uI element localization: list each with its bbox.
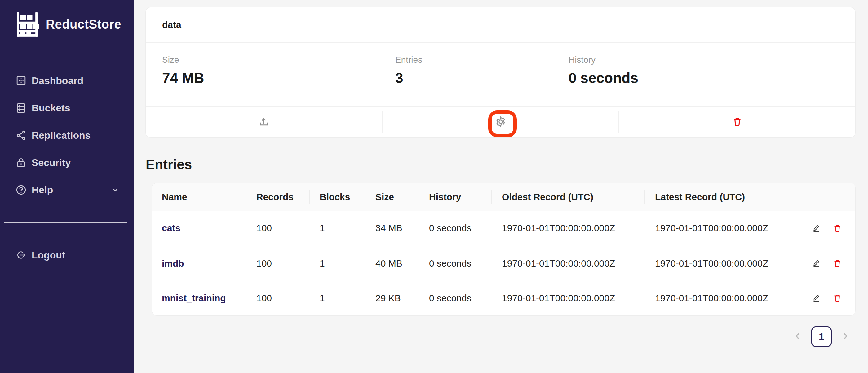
dashboard-icon (15, 75, 27, 87)
stat-size: Size 74 MB (162, 55, 204, 87)
table-header-row: Name Records Blocks Size History Oldest … (152, 183, 855, 211)
entry-latest-record: 1970-01-01T00:00:00.000Z (645, 247, 798, 281)
brand-name: ReductStore (46, 18, 121, 31)
bucket-card-header: data (146, 7, 855, 42)
entry-link[interactable]: imdb (162, 258, 184, 268)
pagination: 1 (792, 326, 851, 347)
sidebar-item-dashboard[interactable]: Dashboard (0, 67, 134, 94)
sidebar-menu: Dashboard Buckets (0, 67, 134, 204)
rename-entry-button[interactable] (810, 292, 823, 305)
chevron-right-icon (840, 331, 851, 343)
entry-history: 0 seconds (419, 281, 492, 315)
logout-label: Logout (32, 250, 65, 261)
pagination-prev-button[interactable] (792, 331, 803, 343)
sidebar-item-security[interactable]: Security (0, 149, 134, 176)
bucket-card: data Size 74 MB Entries 3 History 0 seco… (146, 7, 855, 138)
entry-size: 34 MB (366, 211, 419, 246)
sidebar-item-label: Security (32, 157, 71, 169)
sidebar-item-label: Buckets (32, 103, 70, 114)
edit-pencil-icon (811, 293, 821, 304)
entry-history: 0 seconds (419, 211, 492, 246)
trash-icon (832, 293, 842, 304)
brand-logo[interactable]: ReductStore (13, 10, 121, 38)
security-icon (15, 156, 27, 169)
entry-blocks: 1 (310, 247, 366, 281)
table-row: imdb 100 1 40 MB 0 seconds 1970-01-01T00… (152, 246, 855, 281)
stat-value: 74 MB (162, 69, 204, 87)
table-row: mnist_training 100 1 29 KB 0 seconds 197… (152, 281, 855, 315)
sidebar: ReductStore Dashboar (0, 0, 134, 373)
column-header-oldest-record: Oldest Record (UTC) (492, 183, 645, 211)
stat-history: History 0 seconds (568, 55, 638, 87)
stat-value: 3 (395, 69, 422, 87)
entry-records: 100 (246, 247, 310, 281)
column-header-history: History (419, 183, 492, 211)
replications-icon (15, 129, 27, 142)
logout-button[interactable]: Logout (0, 241, 134, 269)
help-icon (15, 184, 27, 196)
trash-icon (832, 223, 842, 234)
bucket-title: data (162, 20, 181, 30)
delete-entry-button[interactable] (831, 292, 843, 305)
rename-entry-button[interactable] (810, 257, 823, 270)
entry-records: 100 (246, 281, 310, 315)
entry-blocks: 1 (310, 281, 366, 315)
entries-heading: Entries (146, 155, 192, 174)
entries-table: Name Records Blocks Size History Oldest … (152, 183, 855, 315)
sidebar-item-label: Dashboard (32, 75, 83, 87)
entry-blocks: 1 (310, 211, 366, 246)
logout-icon (15, 249, 27, 261)
entry-history: 0 seconds (419, 247, 492, 281)
stat-label: History (568, 55, 638, 65)
entry-oldest-record: 1970-01-01T00:00:00.000Z (492, 247, 645, 281)
settings-gear-icon (494, 115, 507, 129)
delete-entry-button[interactable] (831, 257, 843, 270)
bucket-actions-bar (146, 107, 855, 137)
upload-button[interactable] (254, 112, 273, 132)
stat-label: Size (162, 55, 204, 65)
stat-label: Entries (395, 55, 422, 65)
app-root: ReductStore Dashboar (0, 0, 868, 373)
bucket-stats: Size 74 MB Entries 3 History 0 seconds (146, 42, 855, 107)
stat-value: 0 seconds (568, 69, 638, 87)
entry-oldest-record: 1970-01-01T00:00:00.000Z (492, 211, 645, 246)
trash-icon (832, 258, 842, 269)
brand-logo-icon (13, 10, 41, 38)
upload-icon (258, 115, 270, 129)
entry-oldest-record: 1970-01-01T00:00:00.000Z (492, 281, 645, 315)
delete-entry-button[interactable] (831, 222, 843, 235)
chevron-down-icon (111, 185, 120, 194)
sidebar-item-help[interactable]: Help (0, 176, 134, 204)
sidebar-item-label: Help (32, 184, 53, 196)
delete-bucket-button[interactable] (728, 113, 746, 131)
entry-latest-record: 1970-01-01T00:00:00.000Z (645, 211, 798, 246)
column-header-blocks: Blocks (310, 183, 366, 211)
sidebar-item-buckets[interactable]: Buckets (0, 94, 134, 122)
entry-link[interactable]: cats (162, 223, 180, 233)
entry-latest-record: 1970-01-01T00:00:00.000Z (645, 281, 798, 315)
settings-button[interactable] (491, 112, 510, 132)
sidebar-item-replications[interactable]: Replications (0, 122, 134, 149)
trash-icon (732, 116, 743, 128)
column-header-latest-record: Latest Record (UTC) (645, 183, 798, 211)
edit-pencil-icon (811, 258, 821, 269)
column-header-records: Records (246, 183, 310, 211)
pagination-next-button[interactable] (840, 331, 851, 343)
chevron-left-icon (792, 331, 803, 343)
pagination-page-1[interactable]: 1 (811, 326, 832, 347)
stat-entries: Entries 3 (395, 55, 422, 87)
buckets-icon (15, 102, 27, 114)
sidebar-divider (4, 222, 127, 223)
edit-pencil-icon (811, 223, 821, 234)
column-header-size: Size (366, 183, 419, 211)
entry-records: 100 (246, 211, 310, 246)
entry-link[interactable]: mnist_training (162, 293, 226, 303)
column-header-name: Name (152, 183, 246, 211)
sidebar-item-label: Replications (32, 130, 91, 141)
main-content: data Size 74 MB Entries 3 History 0 seco… (134, 0, 868, 373)
table-row: cats 100 1 34 MB 0 seconds 1970-01-01T00… (152, 211, 855, 246)
entry-size: 29 KB (366, 281, 419, 315)
rename-entry-button[interactable] (810, 222, 823, 235)
entry-size: 40 MB (366, 247, 419, 281)
column-header-actions (798, 183, 855, 211)
